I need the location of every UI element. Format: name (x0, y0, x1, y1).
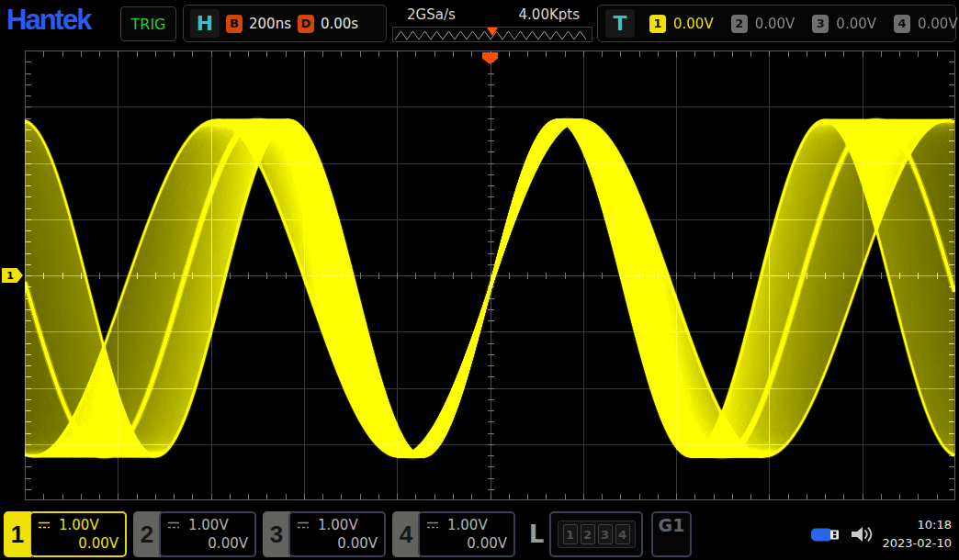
wave-preview[interactable] (392, 27, 592, 42)
channel2-badge[interactable]: 2 (731, 15, 748, 33)
logic-channels-button[interactable]: L 1 2 3 4 (524, 511, 643, 557)
clock: 10:18 2023-02-10 (882, 516, 952, 553)
timebase-value[interactable]: 200ns (249, 16, 291, 32)
speaker-icon[interactable] (850, 524, 874, 544)
trig-label: TRIG (130, 16, 165, 33)
channel3-number[interactable]: 3 (263, 511, 290, 557)
status-cluster: 10:18 2023-02-10 (810, 516, 955, 553)
waveform-display: 1 (25, 50, 955, 500)
trigger-panel[interactable]: T 1 0.00V 2 0.00V 3 0.00V 4 0.00V A (597, 5, 956, 42)
logic-label[interactable]: L (524, 511, 549, 557)
channel3-readout[interactable]: 1.00V 0.00V (288, 511, 386, 557)
channel4-offset: 0.00V (426, 535, 507, 552)
channel3-button[interactable]: 3 1.00V 0.00V (263, 511, 386, 557)
trigger-level-value[interactable]: 0.00V (673, 16, 714, 32)
channel3-offset: 0.00V (297, 535, 378, 552)
memory-depth: 4.00Kpts (519, 6, 580, 23)
acquisition-info: 2GSa/s 4.00Kpts (392, 6, 592, 42)
horizontal-menu-button[interactable]: H (190, 9, 220, 38)
logic-chip-3[interactable]: 3 (598, 524, 613, 544)
dc-coupling-icon (297, 521, 310, 530)
logic-chip-2[interactable]: 2 (581, 524, 595, 544)
channel1-readout[interactable]: 1.00V 0.00V (29, 511, 127, 557)
channel2-button[interactable]: 2 1.00V 0.00V (133, 511, 256, 557)
delay-badge: D (298, 15, 314, 33)
trigger-menu-button[interactable]: T (605, 9, 635, 38)
channel2-level: 0.00V (755, 16, 795, 32)
horizontal-panel[interactable]: H B 200ns D 0.00s (183, 5, 387, 42)
channel1-marker-label: 1 (6, 270, 14, 282)
channel1-offset: 0.00V (38, 535, 118, 552)
delay-value[interactable]: 0.00s (321, 16, 358, 32)
g1-button[interactable]: G1 (651, 511, 692, 557)
logic-readout[interactable]: 1 2 3 4 (549, 511, 643, 557)
time-value: 10:18 (882, 516, 952, 534)
logic-chip-4[interactable]: 4 (615, 524, 630, 544)
channel2-number[interactable]: 2 (133, 511, 161, 557)
trig-indicator: TRIG (120, 6, 176, 41)
channel4-scale: 1.00V (447, 517, 488, 533)
channel2-offset: 0.00V (167, 535, 248, 552)
usb-icon[interactable] (810, 524, 841, 544)
timebase-badge: B (226, 15, 243, 33)
channel2-scale: 1.00V (188, 517, 229, 533)
channel4-level: 0.00V (918, 16, 958, 32)
dc-coupling-icon (426, 521, 440, 530)
preview-trigger-marker[interactable] (487, 28, 498, 36)
channel2-readout[interactable]: 1.00V 0.00V (159, 511, 256, 557)
channel4-button[interactable]: 4 1.00V 0.00V (392, 511, 515, 557)
dc-coupling-icon (167, 521, 181, 530)
channel4-number[interactable]: 4 (392, 511, 420, 557)
channel1-button[interactable]: 1 1.00V 0.00V (4, 511, 127, 557)
channel1-scale: 1.00V (59, 517, 99, 533)
channel4-readout[interactable]: 1.00V 0.00V (418, 511, 515, 557)
g1-label: G1 (659, 515, 685, 535)
trigger-source-badge[interactable]: 1 (649, 15, 666, 33)
logic-chip-1[interactable]: 1 (563, 524, 578, 544)
dc-coupling-icon (38, 521, 51, 530)
channel3-badge[interactable]: 3 (812, 15, 829, 33)
channel1-level-marker[interactable]: 1 (2, 268, 23, 283)
channel1-number[interactable]: 1 (4, 511, 31, 557)
date-value: 2023-02-10 (882, 534, 952, 553)
waveform-canvas (25, 50, 955, 500)
channel3-scale: 1.00V (318, 517, 358, 533)
brand-logo: Hantek (6, 4, 90, 37)
channel3-level: 0.00V (836, 16, 876, 32)
sample-rate: 2GSa/s (407, 6, 456, 23)
channel4-badge[interactable]: 4 (894, 15, 910, 33)
channel-bar: 1 1.00V 0.00V 2 1.00V 0.00V (0, 509, 959, 560)
top-bar: Hantek TRIG H B 200ns D 0.00s 2GSa/s 4.0… (0, 0, 959, 48)
logic-chip-row: 1 2 3 4 (558, 521, 636, 548)
